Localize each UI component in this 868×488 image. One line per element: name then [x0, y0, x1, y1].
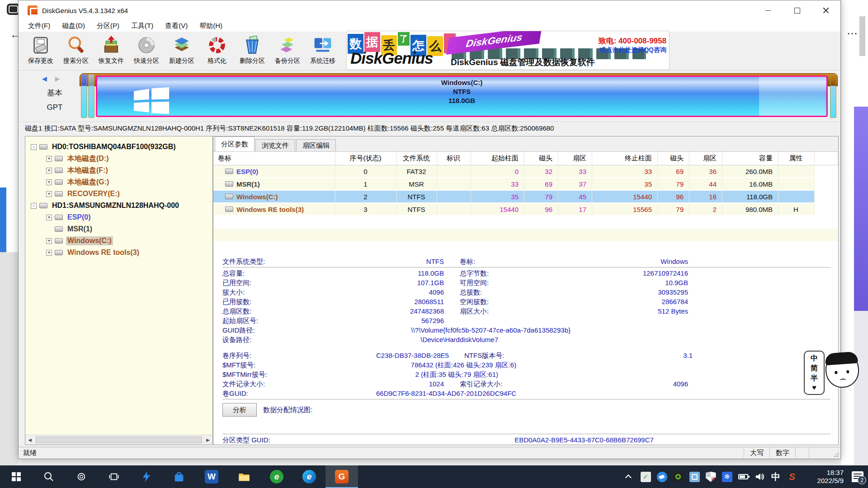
expand-icon[interactable]: + [46, 168, 52, 174]
tree-item-hd1-samsungmznln128hahq-000[interactable]: -HD1:SAMSUNGMZNLN128HAHQ-000 [25, 200, 212, 211]
tray-intel-icon[interactable] [686, 465, 703, 488]
tree-item-recovery-e-[interactable]: +RECOVERY(E:) [25, 188, 212, 200]
partition-msr-sliver[interactable] [88, 74, 94, 118]
scroll-left-icon[interactable]: ◀ [25, 437, 34, 442]
menu-item-2[interactable]: 分区(P) [91, 21, 125, 31]
toolbar-button-new-partition[interactable]: 新建分区 [164, 35, 199, 65]
minimize-button[interactable] [754, 0, 783, 20]
ime-bar-item-0[interactable]: 中 [811, 354, 818, 363]
expand-icon[interactable]: + [46, 156, 52, 162]
column-header-5[interactable]: 磁头 [524, 152, 558, 165]
column-header-0[interactable]: 卷标 [213, 152, 335, 165]
notification-center-button[interactable]: 2 [847, 465, 868, 488]
expand-icon[interactable]: + [46, 179, 52, 185]
column-header-2[interactable]: 文件系统 [397, 152, 437, 165]
table-row-windows-c-[interactable]: Windows(C:)2NTFS357945154409616118.0GB [213, 191, 838, 203]
tray-volume-icon[interactable] [751, 465, 768, 488]
analyze-button[interactable]: 分析 [222, 403, 257, 417]
taskbar-app-diskgenius[interactable]: G [326, 465, 358, 488]
taskbar-app-explorer[interactable] [228, 465, 260, 488]
toolbar-button-system-migrate[interactable]: 系统迁移 [305, 35, 340, 65]
ime-bar-item-3[interactable]: ♥ [812, 384, 816, 392]
partition-esp-sliver[interactable] [81, 74, 87, 118]
tray-chevron-up-icon[interactable] [621, 465, 637, 488]
table-row-windows-re-tools-3-[interactable]: Windows RE tools(3)3NTFS1544096171556579… [213, 203, 838, 216]
ime-floating-bar[interactable]: 中简半♥ [804, 351, 825, 395]
tree-item--d-[interactable]: +本地磁盘(D:) [25, 153, 212, 164]
prev-disk-arrow-icon[interactable]: ◀ [42, 75, 50, 82]
toolbar-button-save[interactable]: 保存更改 [23, 35, 58, 65]
start-button[interactable] [0, 465, 33, 488]
menu-item-0[interactable]: 文件(F) [22, 21, 56, 31]
partition-re-sliver[interactable] [830, 74, 836, 118]
column-header-10[interactable]: 容量 [722, 152, 778, 165]
column-header-11[interactable]: 属性 [778, 152, 815, 165]
tray-battery-icon[interactable] [735, 465, 751, 488]
tab-2[interactable]: 扇区编辑 [296, 139, 336, 151]
promo-banner[interactable]: 数据丢了怎么! DiskGenius DiskGenius 致电: 400-00… [346, 31, 670, 70]
column-header-6[interactable]: 扇区 [558, 152, 592, 165]
tab-0[interactable]: 分区参数 [215, 136, 255, 151]
menu-item-1[interactable]: 磁盘(D) [56, 21, 91, 31]
column-header-3[interactable]: 标识 [437, 152, 471, 165]
expand-icon[interactable]: + [46, 215, 52, 221]
toolbar-button-search-partition[interactable]: 搜索分区 [58, 35, 94, 65]
tree-item-hd0-toshibamq04abf100-932gb-[interactable]: -HD0:TOSHIBAMQ04ABF100(932GB) [25, 141, 212, 153]
expand-icon[interactable]: + [46, 191, 52, 197]
taskbar-app-store[interactable] [163, 465, 195, 488]
tree-item--f-[interactable]: +本地磁盘(F:) [25, 164, 212, 176]
maximize-button[interactable] [783, 0, 811, 20]
ime-bar-item-1[interactable]: 简 [811, 364, 818, 373]
partition-windows-c[interactable]: Windows(C:) NTFS 118.0GB [96, 75, 828, 117]
tree-item-windows-re-tools-3-[interactable]: +Windows RE tools(3) [25, 247, 212, 258]
tray-dingtalk-icon[interactable] [654, 465, 670, 488]
taskbar-app-edge[interactable]: e [293, 465, 326, 488]
ime-bar-item-2[interactable]: 半 [811, 374, 818, 383]
taskbar-clock[interactable]: 18:372022/5/9 [802, 469, 844, 485]
tree-item-msr-1-[interactable]: MSR(1) [25, 223, 212, 235]
taskbar-app-green-browser[interactable]: e [260, 465, 293, 488]
next-disk-arrow-icon[interactable]: ▶ [55, 75, 63, 82]
tray-snowflake-icon[interactable]: ❄ [719, 465, 735, 488]
toolbar-button-format[interactable]: 格式化 [199, 35, 235, 65]
collapse-icon[interactable]: - [31, 144, 37, 150]
toolbar-button-delete-partition[interactable]: 删除分区 [235, 35, 270, 65]
toolbar-button-backup-partition[interactable]: 备份分区 [270, 35, 305, 65]
tray-ime-language[interactable]: 中 [768, 465, 784, 488]
taskbar-app-word[interactable]: W [195, 465, 228, 488]
tree-item--g-[interactable]: +本地磁盘(G:) [25, 176, 212, 188]
banner-qq-link[interactable]: 或点击此处选择QQ咨询 [599, 46, 666, 54]
tray-update-check-icon[interactable]: ✓ [637, 465, 654, 488]
toolbar-button-quick-partition[interactable]: 快速分区 [129, 35, 164, 65]
toolbar-button-recover-files[interactable]: 恢复文件 [94, 35, 129, 65]
menu-item-5[interactable]: 帮助(H) [193, 21, 228, 31]
tree-item-esp-0-[interactable]: +ESP(0) [25, 211, 212, 223]
menu-item-4[interactable]: 查看(V) [159, 21, 193, 31]
close-button[interactable] [811, 0, 840, 20]
column-header-4[interactable]: 起始柱面 [471, 152, 524, 165]
collapse-icon[interactable]: - [31, 203, 37, 209]
tree-item-windows-c-[interactable]: +Windows(C:) [25, 235, 212, 247]
tab-1[interactable]: 浏览文件 [255, 139, 295, 151]
expand-icon[interactable]: + [46, 238, 52, 244]
scroll-thumb[interactable] [36, 436, 202, 443]
menu-item-3[interactable]: 工具(T) [125, 21, 159, 31]
tree-hscrollbar[interactable]: ◀▶ [25, 435, 212, 445]
column-header-7[interactable]: 终止柱面 [592, 152, 658, 165]
resize-grip[interactable] [809, 447, 840, 459]
scroll-right-icon[interactable]: ▶ [203, 437, 212, 442]
tray-security-shield-icon[interactable]: ✕ [703, 465, 719, 488]
task-view-button[interactable] [98, 465, 130, 488]
cortana-button[interactable] [65, 465, 98, 488]
tray-nvidia-icon[interactable] [670, 465, 686, 488]
background-scrollbar[interactable] [859, 16, 865, 56]
column-header-1[interactable]: 序号(状态) [335, 152, 397, 165]
table-row-msr-1-[interactable]: MSR(1)1MSR33693735794416.0MB [213, 178, 838, 191]
taskbar-app-lightning[interactable] [130, 465, 163, 488]
column-header-9[interactable]: 扇区 [689, 152, 722, 165]
tray-sogou-icon[interactable]: S [784, 465, 800, 488]
column-header-8[interactable]: 磁头 [658, 152, 689, 165]
expand-icon[interactable]: + [46, 250, 52, 256]
taskbar-search-button[interactable] [33, 465, 65, 488]
table-row-esp-0-[interactable]: ESP(0)0FAT3203233336936260.0MB [213, 165, 838, 178]
